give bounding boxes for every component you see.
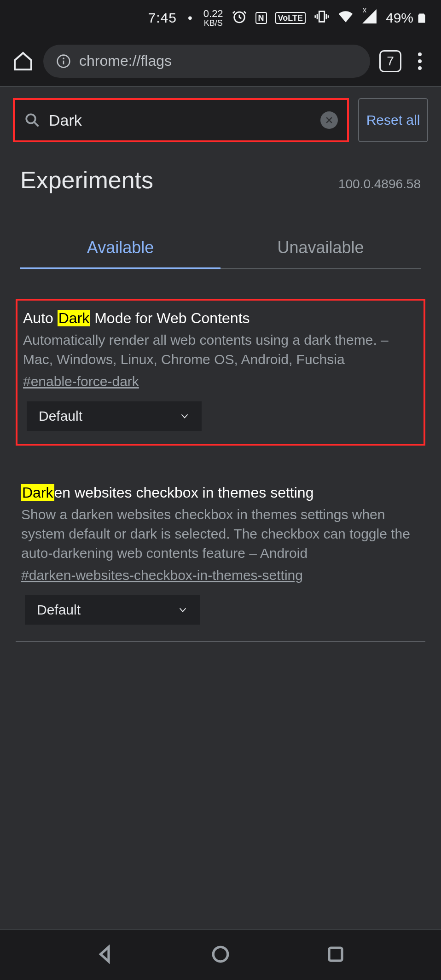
page-title: Experiments [20, 166, 153, 194]
svg-point-5 [213, 947, 228, 962]
back-button[interactable] [96, 945, 115, 966]
flags-page: Reset all Experiments 100.0.4896.58 Avai… [0, 87, 441, 929]
svg-point-3 [26, 114, 35, 123]
flag-tabs: Available Unavailable [20, 227, 421, 269]
chevron-down-icon [178, 605, 188, 615]
clock: 7:45 [148, 10, 177, 26]
flag-description: Show a darken websites checkbox in theme… [21, 505, 420, 563]
flag-state-select[interactable]: Default [25, 595, 200, 625]
svg-point-2 [63, 58, 64, 59]
chrome-version: 100.0.4896.58 [338, 177, 421, 191]
android-nav-bar [0, 929, 441, 980]
vibrate-icon [314, 9, 330, 28]
cellular-icon: x [362, 9, 377, 28]
close-icon [325, 116, 334, 125]
overflow-menu-button[interactable] [411, 52, 429, 70]
recents-button[interactable] [326, 945, 345, 966]
svg-line-4 [35, 122, 39, 127]
android-status-bar: 7:45 • 0.22 KB/S N VoLTE x 49% [0, 0, 441, 36]
flag-item: Darken websites checkbox in themes setti… [16, 470, 425, 642]
home-nav-button[interactable] [211, 945, 230, 966]
url-bar[interactable]: chrome://flags [43, 45, 370, 78]
site-info-icon [56, 54, 71, 69]
flag-description: Automatically render all web contents us… [23, 331, 418, 369]
tab-available[interactable]: Available [20, 227, 220, 268]
search-icon [24, 112, 41, 128]
separator-dot: • [188, 11, 192, 25]
volte-icon: VoLTE [275, 12, 306, 24]
alarm-icon [232, 9, 247, 28]
nfc-icon: N [255, 12, 267, 24]
wifi-icon [338, 9, 354, 28]
highlight: Dark [58, 310, 91, 326]
flag-hash-link[interactable]: #darken-websites-checkbox-in-themes-sett… [21, 568, 303, 583]
net-rate: 0.22 KB/S [203, 9, 223, 27]
highlight: Dark [21, 484, 54, 501]
flag-hash-link[interactable]: #enable-force-dark [23, 374, 139, 389]
flag-state-select[interactable]: Default [27, 401, 202, 431]
tab-switcher-button[interactable]: 7 [379, 50, 401, 72]
url-text: chrome://flags [79, 52, 172, 70]
battery-indicator: 49% [386, 10, 427, 26]
home-button[interactable] [12, 50, 34, 72]
reset-all-button[interactable]: Reset all [358, 98, 428, 142]
chrome-toolbar: chrome://flags 7 [0, 36, 441, 87]
svg-rect-6 [329, 948, 342, 961]
flag-title: Auto Dark Mode for Web Contents [23, 310, 418, 327]
tab-unavailable[interactable]: Unavailable [220, 227, 421, 268]
search-input[interactable] [49, 111, 312, 129]
flag-title: Darken websites checkbox in themes setti… [21, 484, 420, 501]
chevron-down-icon [180, 411, 190, 421]
clear-search-button[interactable] [320, 111, 338, 129]
flag-item: Auto Dark Mode for Web Contents Automati… [16, 299, 425, 446]
flags-search-box[interactable] [13, 98, 349, 142]
